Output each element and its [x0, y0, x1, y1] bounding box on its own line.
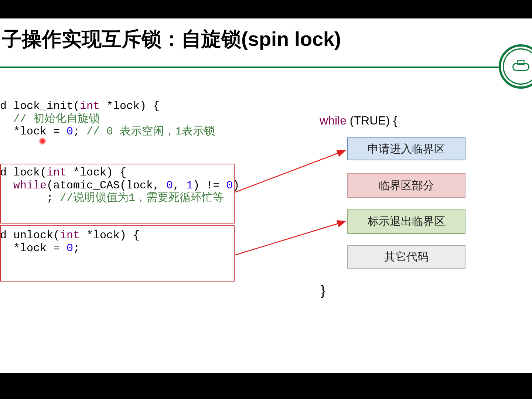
box-other-code: 其它代码	[347, 245, 466, 269]
slide-content: 子操作实现互斥锁：自旋锁(spin lock) d lock_init(int …	[0, 18, 532, 373]
code-unlock: d unlock(int *lock) { *lock = 0;	[0, 229, 140, 255]
code-lock: d lock(int *lock) { while(atomic_CAS(loc…	[0, 166, 239, 205]
svg-point-0	[503, 49, 532, 84]
while-loop-header: while (TRUE) {	[320, 114, 397, 127]
box-exit-critical: 标示退出临界区	[347, 209, 466, 234]
arrow-unlock-to-exit	[235, 221, 345, 255]
title-text-1: 子操作实现互斥锁：自旋锁	[2, 28, 241, 50]
slide-title: 子操作实现互斥锁：自旋锁(spin lock)	[2, 26, 341, 53]
laser-pointer-icon	[39, 137, 46, 145]
university-logo	[499, 44, 532, 89]
divider-line	[0, 66, 532, 68]
while-loop-close: }	[321, 283, 325, 299]
box-request-critical: 申请进入临界区	[347, 137, 466, 160]
box-critical-section: 临界区部分	[347, 173, 466, 198]
title-text-2: (spin lock)	[241, 28, 341, 50]
code-lock-init: d lock_init(int *lock) { // 初始化自旋锁 *lock…	[0, 100, 215, 138]
arrow-lock-to-request	[235, 150, 345, 192]
